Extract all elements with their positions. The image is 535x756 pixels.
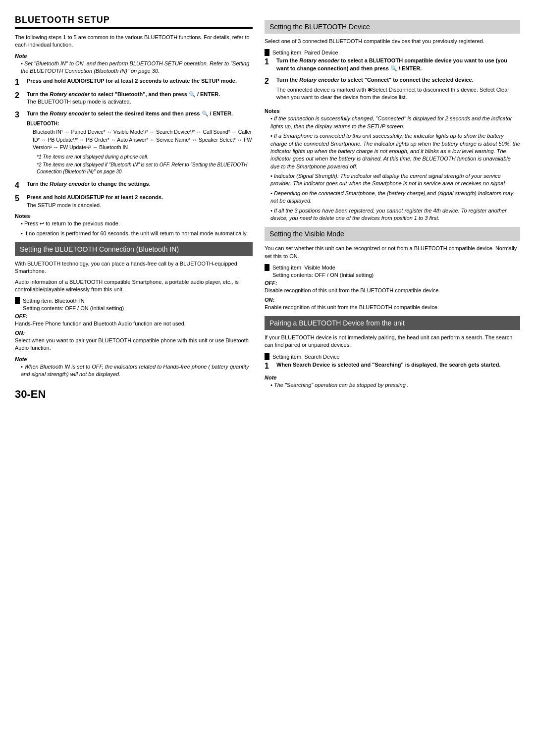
off-text-visible: Disable recognition of this unit from th… xyxy=(265,287,520,294)
pairing-header: Pairing a BLUETOOTH Device from the unit xyxy=(265,316,520,330)
pairing-step-1: 1 When Search Device is selected and "Se… xyxy=(265,361,520,371)
step-2: 2 Turn the Rotary encoder to select "Blu… xyxy=(15,91,253,106)
notes-device-3: Indicator (Signal Strength): The indicat… xyxy=(265,172,520,188)
visible-mode-icon xyxy=(265,264,269,271)
setting-contents-value: OFF / ON (Initial setting) xyxy=(65,305,124,311)
step-3-bold: Turn the Rotary encoder to select the de… xyxy=(27,110,233,116)
right-step-1: 1 Turn the Rotary encoder to select a BL… xyxy=(265,57,520,72)
setting-contents-visible: Setting contents: OFF / ON (Initial sett… xyxy=(265,272,520,278)
intro-text: The following steps 1 to 5 are common to… xyxy=(15,34,253,49)
main-title: BLUETOOTH SETUP xyxy=(15,15,253,29)
note-pairing-1: The "Searching" operation can be stopped… xyxy=(265,381,520,389)
setting-item-search: Setting item: Search Device xyxy=(265,353,520,360)
step-3: 3 Turn the Rotary encoder to select the … xyxy=(15,110,253,177)
bt-intro-1: With BLUETOOTH technology, you can place… xyxy=(15,260,253,275)
notes-device-label: Notes xyxy=(265,108,520,114)
visible-setting-value: OFF / ON (Initial setting) xyxy=(315,272,374,278)
right-step-1-num: 1 xyxy=(265,57,272,66)
step-4-bold: Turn the Rotary encoder to change the se… xyxy=(27,181,151,187)
setting-item-visible: Setting item: Visible Mode xyxy=(265,264,520,271)
pairing-intro: If your BLUETOOTH device is not immediat… xyxy=(265,334,520,349)
on-label-bt: ON: xyxy=(15,330,253,336)
on-text-bt: Select when you want to pair your BLUETO… xyxy=(15,337,253,352)
step-2-num: 2 xyxy=(15,91,23,100)
right-column: Setting the BLUETOOTH Device Select one … xyxy=(265,15,520,401)
paired-device-icon xyxy=(265,49,269,56)
setting-device-header: Setting the BLUETOOTH Device xyxy=(265,20,520,34)
off-text-bt: Hands-Free Phone function and Bluetooth … xyxy=(15,320,253,327)
visible-mode-header: Setting the Visible Mode xyxy=(265,227,520,241)
right-step-2-sub: The connected device is marked with ✱Sel… xyxy=(276,86,520,102)
visible-setting-label: Setting contents: xyxy=(272,272,313,278)
step-5-sub: The SETUP mode is canceled. xyxy=(27,202,253,209)
notes-2-label: Notes xyxy=(15,213,253,219)
step-1: 1 Press and hold AUDIO/SETUP for at leas… xyxy=(15,77,253,87)
step-1-num: 1 xyxy=(15,77,23,87)
off-label-visible: OFF: xyxy=(265,280,520,286)
footnote-1: *1 The items are not displayed during a … xyxy=(27,154,253,161)
step-3-num: 3 xyxy=(15,110,23,119)
note-pairing-label: Note xyxy=(265,375,520,380)
setting-item-bt-in-label: Setting item: Bluetooth IN xyxy=(23,298,85,304)
setting-item-bt-in: Setting item: Bluetooth IN xyxy=(15,297,253,304)
step-2-sub: The BLUETOOTH setup mode is activated. xyxy=(27,98,253,106)
bt-chain: Bluetooth IN¹ ↔ Paired Device² ↔ Visible… xyxy=(27,128,253,152)
notes-2-item-1: Press ↩ to return to the previous mode. xyxy=(15,220,253,227)
search-device-icon xyxy=(265,353,269,360)
step-4-num: 4 xyxy=(15,180,23,190)
bt-connection-header: Setting the BLUETOOTH Connection (Blueto… xyxy=(15,242,253,256)
search-device-label: Setting item: Search Device xyxy=(272,354,340,360)
paired-device-label: Setting item: Paired Device xyxy=(272,50,338,55)
step-1-text: Press and hold AUDIO/SETUP for at least … xyxy=(27,78,237,84)
setting-contents-label: Setting contents: xyxy=(23,305,63,311)
pairing-step-1-num: 1 xyxy=(265,361,272,371)
notes-device-2: If a Smartphone is connected to this uni… xyxy=(265,132,520,170)
bt-intro-2: Audio information of a BLUETOOTH compati… xyxy=(15,278,253,294)
step-2-bold: Turn the Rotary encoder to select "Bluet… xyxy=(27,91,220,97)
note-3-item-1: When Bluetooth IN is set to OFF, the ind… xyxy=(15,363,253,378)
step-5-bold: Press and hold AUDIO/SETUP for at least … xyxy=(27,194,163,200)
left-column: BLUETOOTH SETUP The following steps 1 to… xyxy=(15,15,253,401)
page-number: 30-EN xyxy=(15,388,253,401)
off-label-bt: OFF: xyxy=(15,313,253,319)
right-step-2-num: 2 xyxy=(265,76,272,86)
right-step-1-bold: Turn the Rotary encoder to select a BLUE… xyxy=(276,57,507,71)
note-3-label: Note xyxy=(15,356,253,362)
notes-device-5: If all the 3 positions have been registe… xyxy=(265,207,520,222)
footnote-2: *2 The items are not displayed if "Bluet… xyxy=(27,162,253,175)
visible-mode-intro: You can set whether this unit can be rec… xyxy=(265,245,520,260)
on-text-visible: Enable recognition of this unit from the… xyxy=(265,304,520,311)
step-5-num: 5 xyxy=(15,194,23,203)
setting-contents-bt: Setting contents: OFF / ON (Initial sett… xyxy=(15,305,253,311)
step-5: 5 Press and hold AUDIO/SETUP for at leas… xyxy=(15,194,253,209)
note-label: Note xyxy=(15,53,253,59)
step-4: 4 Turn the Rotary encoder to change the … xyxy=(15,180,253,190)
right-step-2-bold: Turn the Rotary encoder to select "Conne… xyxy=(276,77,474,83)
right-step-2: 2 Turn the Rotary encoder to select "Con… xyxy=(265,76,520,104)
setting-item-icon xyxy=(15,297,20,304)
setting-device-intro: Select one of 3 connected BLUETOOTH comp… xyxy=(265,38,520,45)
notes-device-1: If the connection is successfully change… xyxy=(265,115,520,130)
pairing-step-1-bold: When Search Device is selected and "Sear… xyxy=(276,362,500,368)
bluetooth-label: BLUETOOTH: xyxy=(27,120,253,127)
notes-device-4: Depending on the connected Smartphone, t… xyxy=(265,190,520,205)
on-label-visible: ON: xyxy=(265,297,520,303)
setting-item-paired: Setting item: Paired Device xyxy=(265,49,520,56)
note-item-1: Set "Bluetooth IN" to ON, and then perfo… xyxy=(15,60,253,75)
notes-2-item-2: If no operation is performed for 60 seco… xyxy=(15,230,253,237)
visible-mode-label: Setting item: Visible Mode xyxy=(272,265,335,270)
